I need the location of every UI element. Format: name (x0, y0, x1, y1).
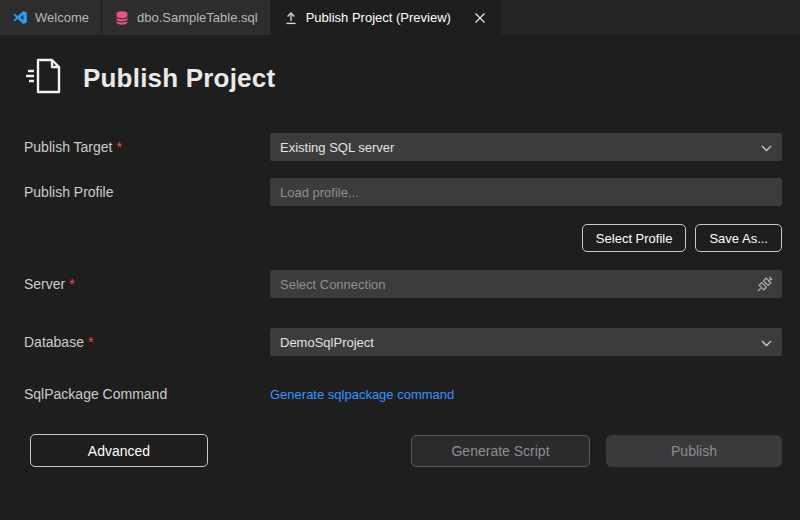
required-asterisk: * (69, 276, 74, 292)
chevron-down-icon (761, 335, 772, 350)
publish-profile-input[interactable] (270, 178, 782, 206)
close-icon[interactable] (472, 10, 488, 26)
select-profile-button[interactable]: Select Profile (582, 224, 687, 252)
sqlpackage-row: SqlPackage Command Generate sqlpackage c… (0, 385, 800, 403)
database-row: Database* DemoSqlProject (0, 328, 800, 356)
required-asterisk: * (88, 334, 93, 350)
publish-project-panel: Publish Project Publish Target* Existing… (0, 55, 800, 467)
page-title: Publish Project (83, 63, 275, 94)
database-label: Database* (24, 334, 270, 350)
ads-logo-icon (12, 10, 28, 26)
chevron-down-icon (761, 140, 772, 155)
tab-publish-project[interactable]: Publish Project (Preview) (271, 0, 501, 35)
page-header: Publish Project (24, 55, 800, 101)
generate-sqlpackage-link[interactable]: Generate sqlpackage command (270, 387, 454, 402)
server-label: Server* (24, 276, 270, 292)
tab-label: Publish Project (Preview) (306, 10, 451, 25)
profile-buttons-row: Select Profile Save As... (0, 224, 800, 252)
publish-target-value: Existing SQL server (280, 140, 394, 155)
advanced-button[interactable]: Advanced (30, 434, 208, 467)
server-row: Server* (0, 270, 800, 298)
publish-project-document-icon (24, 55, 68, 101)
save-as-button[interactable]: Save As... (695, 224, 782, 252)
publish-target-row: Publish Target* Existing SQL server (0, 133, 800, 161)
footer-buttons: Advanced Generate Script Publish (0, 434, 800, 467)
editor-tab-bar: Welcome dbo.SampleTable.sql Publish Proj… (0, 0, 800, 35)
tab-label: Welcome (35, 10, 89, 25)
publish-icon (283, 10, 299, 26)
publish-button[interactable]: Publish (606, 435, 782, 467)
required-asterisk: * (116, 139, 121, 155)
tab-label: dbo.SampleTable.sql (137, 10, 258, 25)
server-connection-input[interactable] (270, 270, 782, 298)
tab-welcome[interactable]: Welcome (0, 0, 102, 35)
database-value: DemoSqlProject (280, 335, 374, 350)
publish-profile-label: Publish Profile (24, 184, 270, 200)
sqlpackage-label: SqlPackage Command (24, 386, 270, 402)
tab-sample-table[interactable]: dbo.SampleTable.sql (102, 0, 271, 35)
database-icon (114, 10, 130, 26)
publish-target-dropdown[interactable]: Existing SQL server (270, 133, 782, 161)
generate-script-button[interactable]: Generate Script (411, 435, 590, 467)
publish-target-label: Publish Target* (24, 139, 270, 155)
connect-plug-icon[interactable] (756, 275, 774, 293)
database-dropdown[interactable]: DemoSqlProject (270, 328, 782, 356)
publish-profile-row: Publish Profile (0, 178, 800, 206)
